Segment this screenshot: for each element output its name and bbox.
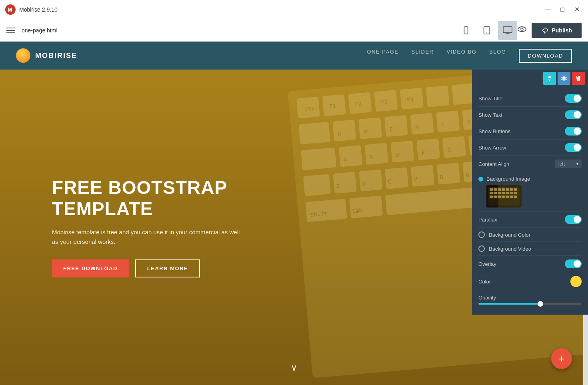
logo-text: MOBIRISE bbox=[35, 52, 77, 60]
svg-rect-6 bbox=[503, 26, 512, 32]
tablet-view-button[interactable] bbox=[477, 21, 496, 40]
svg-rect-38 bbox=[390, 141, 414, 163]
opacity-row: Opacity bbox=[478, 291, 582, 308]
svg-text:⇧: ⇧ bbox=[310, 211, 314, 218]
color-swatch-button[interactable] bbox=[570, 276, 582, 287]
show-text-label: Show Text bbox=[478, 112, 565, 118]
hero-content: FREE BOOTSTRAP TEMPLATE Mobirise templat… bbox=[52, 177, 244, 277]
svg-text:F4: F4 bbox=[406, 96, 414, 103]
nav-download-button[interactable]: DOWNLOAD bbox=[519, 49, 572, 63]
svg-text:⇥: ⇥ bbox=[354, 208, 358, 215]
publish-label: Publish bbox=[552, 27, 572, 34]
nav-link-videobg[interactable]: VIDEO BG bbox=[446, 49, 476, 63]
svg-rect-36 bbox=[339, 145, 362, 167]
nav-link-blog[interactable]: BLOG bbox=[489, 49, 506, 63]
overlay-toggle[interactable] bbox=[565, 259, 582, 268]
mobile-view-button[interactable] bbox=[456, 21, 476, 40]
background-color-row: Background Color bbox=[478, 228, 582, 242]
color-label: Color bbox=[478, 279, 570, 285]
svg-rect-108 bbox=[494, 192, 497, 194]
background-image-row: Background Image bbox=[478, 172, 582, 211]
panel-settings-button[interactable] bbox=[558, 72, 570, 85]
add-section-button[interactable]: + bbox=[551, 348, 572, 369]
content-align-label: Content Align bbox=[478, 161, 555, 167]
svg-rect-57 bbox=[349, 195, 383, 218]
parallax-label: Parallax bbox=[478, 217, 565, 223]
background-color-radio[interactable] bbox=[478, 231, 485, 238]
nav-link-onepage[interactable]: ONE PAGE bbox=[367, 49, 399, 63]
svg-rect-28 bbox=[410, 113, 434, 135]
svg-rect-37 bbox=[365, 143, 388, 165]
window-controls: — □ ✕ bbox=[542, 3, 583, 16]
parallax-row: Parallax bbox=[478, 211, 582, 228]
learn-more-button[interactable]: LEARN MORE bbox=[135, 259, 200, 277]
svg-text:D: D bbox=[395, 152, 399, 158]
svg-rect-100 bbox=[490, 188, 493, 191]
background-image-thumbnail[interactable] bbox=[486, 185, 522, 207]
background-video-row: Background Video bbox=[478, 242, 582, 256]
cloud-upload-icon bbox=[541, 27, 548, 34]
background-color-label: Background Color bbox=[489, 232, 582, 238]
background-video-label: Background Video bbox=[489, 246, 582, 252]
content-align-select[interactable]: left center right bbox=[555, 160, 582, 168]
show-text-row: Show Text bbox=[478, 107, 582, 123]
show-arrow-row: Show Arrow bbox=[478, 140, 582, 156]
svg-text:F1: F1 bbox=[329, 103, 336, 110]
svg-text:esc: esc bbox=[304, 105, 315, 112]
show-title-label: Show Title bbox=[478, 96, 565, 102]
background-image-preview bbox=[486, 185, 522, 207]
site-navbar: MOBIRISE ONE PAGE SLIDER VIDEO BG BLOG D… bbox=[0, 42, 588, 70]
svg-text:F2: F2 bbox=[355, 101, 362, 108]
show-arrow-label: Show Arrow bbox=[478, 145, 565, 151]
svg-point-9 bbox=[518, 27, 526, 32]
svg-text:F: F bbox=[421, 149, 425, 156]
publish-button[interactable]: Publish bbox=[532, 23, 582, 38]
site-logo: MOBIRISE bbox=[16, 48, 367, 63]
title-bar: M Mobirise 2.9.10 — □ ✕ bbox=[0, 0, 588, 19]
content-align-row: Content Align left center right bbox=[478, 156, 582, 172]
svg-text:F3: F3 bbox=[381, 98, 388, 105]
svg-text:S: S bbox=[370, 154, 374, 161]
preview-button[interactable] bbox=[517, 24, 527, 36]
svg-rect-115 bbox=[494, 195, 497, 198]
svg-text:N: N bbox=[465, 172, 469, 178]
maximize-button[interactable]: □ bbox=[556, 3, 569, 16]
opacity-slider-thumb[interactable] bbox=[538, 301, 543, 307]
free-download-button[interactable]: FREE DOWNLOAD bbox=[52, 259, 129, 277]
parallax-toggle[interactable] bbox=[565, 215, 582, 224]
svg-rect-114 bbox=[490, 195, 493, 198]
svg-rect-2 bbox=[464, 26, 468, 34]
show-buttons-toggle[interactable] bbox=[565, 127, 582, 136]
close-button[interactable]: ✕ bbox=[570, 3, 583, 16]
background-image-indicator bbox=[478, 177, 483, 182]
panel-reorder-button[interactable] bbox=[543, 72, 556, 85]
svg-rect-4 bbox=[484, 26, 490, 34]
svg-text:B: B bbox=[440, 174, 444, 181]
scroll-arrow[interactable]: ∨ bbox=[291, 363, 297, 373]
opacity-slider-fill bbox=[478, 303, 540, 305]
show-arrow-toggle[interactable] bbox=[565, 143, 582, 152]
nav-link-slider[interactable]: SLIDER bbox=[411, 49, 434, 63]
svg-text:E: E bbox=[389, 126, 393, 133]
show-buttons-label: Show Buttons bbox=[478, 128, 565, 134]
show-text-toggle[interactable] bbox=[565, 110, 582, 119]
overlay-row: Overlay bbox=[478, 256, 582, 272]
show-buttons-row: Show Buttons bbox=[478, 123, 582, 140]
opacity-slider-track bbox=[478, 303, 582, 305]
opacity-label: Opacity bbox=[478, 295, 496, 301]
logo-icon bbox=[16, 48, 30, 63]
background-video-radio[interactable] bbox=[478, 245, 485, 252]
svg-rect-24 bbox=[299, 122, 330, 144]
svg-rect-39 bbox=[416, 138, 440, 160]
toolbar-right: Publish bbox=[517, 23, 582, 38]
hero-buttons: FREE DOWNLOAD LEARN MORE bbox=[52, 259, 244, 277]
panel-delete-button[interactable] bbox=[572, 72, 585, 85]
desktop-view-button[interactable] bbox=[498, 21, 517, 40]
hamburger-menu-button[interactable] bbox=[6, 28, 15, 33]
minimize-button[interactable]: — bbox=[542, 3, 554, 16]
svg-text:M: M bbox=[8, 6, 12, 13]
svg-rect-29 bbox=[436, 111, 460, 133]
svg-rect-26 bbox=[358, 118, 382, 140]
show-title-toggle[interactable] bbox=[565, 94, 582, 103]
content-align-wrapper: left center right bbox=[555, 160, 582, 168]
